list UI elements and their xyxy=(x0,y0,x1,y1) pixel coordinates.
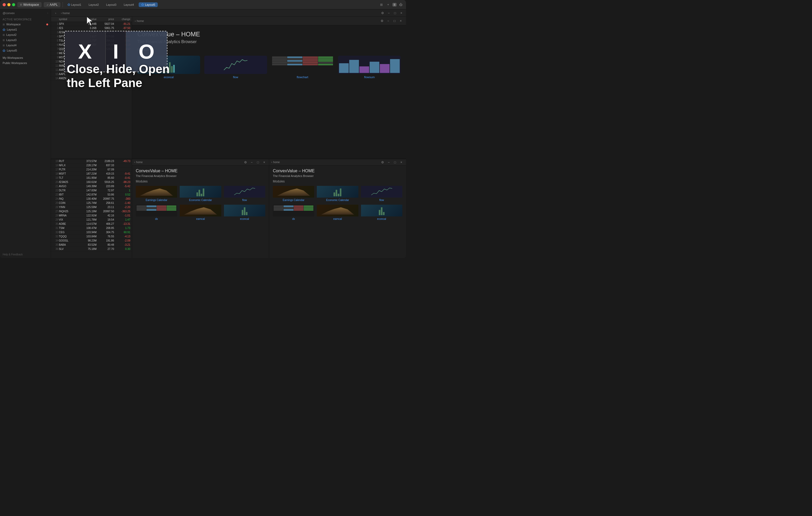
table-row[interactable]: 6 NVDA 1.39T 135.98 -4.13 xyxy=(51,43,132,47)
table-row[interactable]: 21 AVGO 149.39M 223.89 -5.42 xyxy=(51,184,132,188)
table-row[interactable]: 14 AMZN xyxy=(51,76,132,81)
table-row[interactable]: 11 IWM xyxy=(51,64,132,68)
table-row[interactable]: 15 RUT 373.57M 2189.23 -49.73 xyxy=(51,159,132,163)
table-row[interactable]: 28 MRNA 122.91M 42.16 -1.01 xyxy=(51,214,132,218)
minus-btn[interactable]: − xyxy=(386,10,392,16)
close-btn[interactable]: × xyxy=(399,10,404,16)
table-row[interactable]: 27 /NQH25 125.19M 20997.50 -363.25 xyxy=(51,209,132,214)
sidebar-item-layout1[interactable]: ⏻ Layout1 xyxy=(0,27,51,32)
close-button[interactable] xyxy=(3,3,6,6)
sidebar-item-layout3[interactable]: ⊞ Layout3 xyxy=(0,37,51,42)
table-row[interactable]: 3 /ESH25 3.96B 5861.75 -97.50 xyxy=(51,30,132,34)
gear-btn[interactable]: ⚙ xyxy=(380,10,385,16)
table-row[interactable]: 29 VIX 121.78M 19.54 1.47 xyxy=(51,218,132,222)
table-row[interactable]: 24 /NQ 130.40M 20997.75 -383 xyxy=(51,197,132,201)
table-row[interactable]: 32 CEG 103.94M 304.75 60.91 xyxy=(51,230,132,235)
save-icon[interactable]: ⊞ xyxy=(379,2,384,7)
br-flow2[interactable]: flow xyxy=(361,186,402,202)
sidebar-item-layout4[interactable]: ⊞ Layout4 xyxy=(0,42,51,48)
table-row[interactable]: 20 /ESM25 160.61M 5916.25 -98.23 xyxy=(51,180,132,184)
subtab-home[interactable]: › home xyxy=(59,11,72,16)
bc-dx[interactable]: dx xyxy=(136,205,177,220)
table-row[interactable]: 9 MSTR xyxy=(51,55,132,60)
table-row[interactable]: 23 IBIT 142.87M 53.86 0.52 xyxy=(51,193,132,197)
br-module-econcal[interactable]: Economic Calendar xyxy=(317,186,358,202)
aapl-tab[interactable]: ⊿ AAPL xyxy=(44,2,60,7)
add-icon[interactable]: + xyxy=(385,2,391,7)
home-minus-btn[interactable]: − xyxy=(385,18,391,24)
help-feedback[interactable]: Help & Feedback xyxy=(0,251,51,258)
main-layout: @convex › Active Workspace ⊞ Workspace ⏻… xyxy=(0,9,406,258)
maximize-button[interactable] xyxy=(12,3,15,6)
br-minus-btn[interactable]: − xyxy=(386,160,392,165)
table-row[interactable]: 4 SPY 2.61T 579.98 -9.51 xyxy=(51,34,132,39)
bc-module-flow[interactable]: flow xyxy=(224,186,265,202)
sidebar-item-layout5[interactable]: ⏻ Layout5 xyxy=(0,48,51,53)
table-row[interactable]: 17 PLTR 214.20M 67.09 xyxy=(51,168,132,172)
row-change: 1.47 xyxy=(115,218,130,221)
bc-module-earncal[interactable]: Earnings Calendar xyxy=(136,186,177,202)
module-econcal[interactable]: econcal xyxy=(137,56,200,79)
br-square-btn[interactable]: □ xyxy=(393,160,398,165)
table-row[interactable]: 30 ADBE 114.57M 406.27 -13.31 xyxy=(51,222,132,226)
table-row[interactable]: 19 TLT 161.95M 85.60 -0.41 xyxy=(51,176,132,180)
sidebar-item-layout2[interactable]: ⊞ Layout2 xyxy=(0,32,51,37)
table-row[interactable]: 1 SPX 15.44B 5827.04 -91.21 xyxy=(51,22,132,26)
table-row[interactable]: 36 SLV 75.18M 27.70 0.30 xyxy=(51,247,132,251)
table-row[interactable]: 2 /ES 3.26B 5861.75 -97.50 xyxy=(51,26,132,30)
layout4-tab[interactable]: Layout4 xyxy=(121,2,137,7)
layout5-tab[interactable]: ⏻ Layout5 xyxy=(139,2,158,7)
workspace-tab[interactable]: ⊞ Workspace xyxy=(17,2,41,7)
table-row[interactable]: 25 COIN 125.74M 258.61 -1.40 xyxy=(51,201,132,205)
table-row[interactable]: 26 YINN 125.59M 23.11 -2.20 xyxy=(51,205,132,209)
br-module-earncal[interactable]: Earnings Calendar xyxy=(273,186,314,202)
table-row[interactable]: 12 AMD xyxy=(51,68,132,72)
table-row[interactable]: 13 AAPL xyxy=(51,72,132,76)
table-row[interactable]: 33 TQQQ 103.84M 76.55 -4.13 xyxy=(51,235,132,239)
module-flowsum[interactable]: flowsum xyxy=(338,56,401,79)
bc-module-econcal[interactable]: Economic Calendar xyxy=(180,186,221,202)
table-row[interactable]: 22 DLTR 147.83M 72.97 1 xyxy=(51,188,132,193)
table-row[interactable]: 16 NFLX 228.17M 837.33 xyxy=(51,163,132,168)
table-row[interactable]: 10 NDX xyxy=(51,60,132,64)
sidebar: @convex › Active Workspace ⊞ Workspace ⏻… xyxy=(0,9,51,258)
bc-gear-btn[interactable]: ⚙ xyxy=(243,160,248,165)
table-row[interactable]: 18 MSFT 187.21M 419.15 -9.41 xyxy=(51,172,132,176)
bc-earncal2[interactable]: earncal xyxy=(180,205,221,220)
minimize-button[interactable] xyxy=(7,3,10,6)
sidebar-item-my-workspaces[interactable]: My Workspaces xyxy=(0,55,51,60)
br-econcal2[interactable]: econcal xyxy=(361,205,402,220)
home-gear-btn[interactable]: ⚙ xyxy=(379,18,384,24)
table-row[interactable]: 34 GOOGL 98.23M 191.86 -2.09 xyxy=(51,239,132,243)
bc-square-btn[interactable]: □ xyxy=(255,160,261,165)
bc-minus-btn[interactable]: − xyxy=(249,160,254,165)
layout3-tab[interactable]: Layout3 xyxy=(104,2,119,7)
layout2-tab[interactable]: Layout2 xyxy=(86,2,102,7)
subtab-chevron[interactable]: › xyxy=(53,11,58,16)
br-earncal2[interactable]: earncal xyxy=(317,205,358,220)
table-row[interactable]: 7 QQQ 524.12 -3.12 xyxy=(51,47,132,51)
module-flow[interactable]: flow xyxy=(204,56,267,79)
table-row[interactable]: 8 META xyxy=(51,51,132,55)
home-square-btn[interactable]: □ xyxy=(392,18,397,24)
power-btn[interactable]: ⏻ xyxy=(398,2,403,7)
sidebar-item-public-workspaces[interactable]: Public Workspaces xyxy=(0,60,51,66)
layout1-tab[interactable]: ⏻ Layout1 xyxy=(65,2,84,7)
home-close-btn[interactable]: × xyxy=(398,18,403,24)
sidebar-user: @convex › xyxy=(0,9,51,17)
layout5-power-icon: ⏻ xyxy=(141,3,144,6)
br-econcal2-label: econcal xyxy=(377,217,386,220)
bc-econcal2[interactable]: econcal xyxy=(224,205,265,220)
br-close-btn[interactable]: × xyxy=(399,160,404,165)
table-row[interactable]: 5 TSLA 1.71T 394.13 -0.81 xyxy=(51,39,132,43)
row-change: -1.40 xyxy=(115,202,130,205)
module-flowchart[interactable]: flowchart xyxy=(271,56,334,79)
table-row[interactable]: 35 BABA 83.52M 80.48 -3.21 xyxy=(51,243,132,247)
br-gear-btn[interactable]: ⚙ xyxy=(380,160,385,165)
sidebar-item-workspace[interactable]: ⊞ Workspace xyxy=(0,22,51,27)
bc-close-btn[interactable]: × xyxy=(262,160,267,165)
square-btn[interactable]: □ xyxy=(393,10,398,16)
row-value: 142.87M xyxy=(78,193,96,196)
table-row[interactable]: 31 TSM 108.47M 208.85 1.73 xyxy=(51,226,132,230)
br-dx[interactable]: dx xyxy=(273,205,314,220)
